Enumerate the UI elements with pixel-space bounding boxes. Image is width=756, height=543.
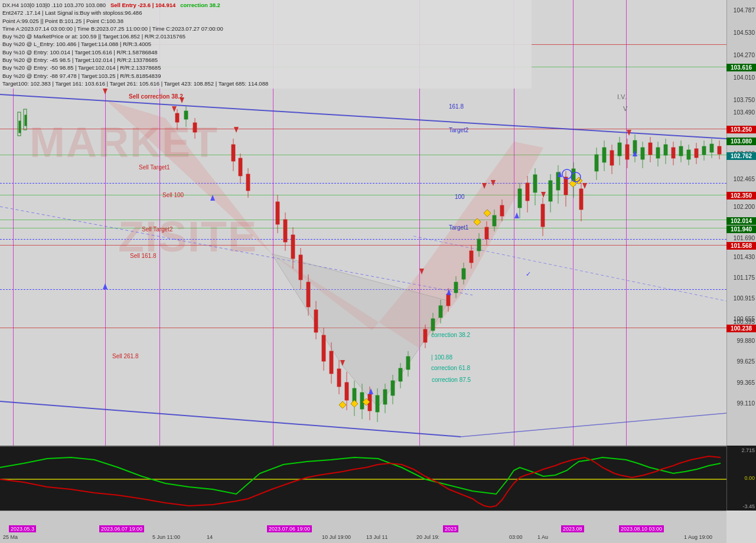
svg-rect-26 <box>284 220 287 242</box>
svg-rect-52 <box>383 390 387 404</box>
svg-rect-56 <box>399 368 402 381</box>
svg-line-2 <box>461 413 726 437</box>
svg-rect-68 <box>454 282 458 293</box>
svg-rect-28 <box>291 235 295 259</box>
svg-rect-14 <box>184 111 188 119</box>
svg-rect-114 <box>649 143 652 155</box>
price-102762-highlight: 102.762 <box>726 152 756 160</box>
svg-rect-60 <box>423 329 427 342</box>
svg-rect-80 <box>500 205 504 216</box>
svg-rect-70 <box>462 269 465 279</box>
label-sell-1618: Sell 161.8 <box>130 253 156 259</box>
price-100915: 100.915 <box>734 295 755 302</box>
svg-rect-94 <box>564 177 568 195</box>
price-102350-highlight: 102.350 <box>726 192 756 199</box>
header-line2: Ent2472 .17.14 | Last Signal is:Buy with… <box>2 9 529 17</box>
time-label-5: 2023.07.06 19:00 <box>267 525 312 532</box>
svg-marker-140 <box>103 89 107 94</box>
svg-rect-58 <box>406 356 410 369</box>
time-label-0: 25 Ma <box>3 534 18 540</box>
svg-rect-98 <box>579 189 583 210</box>
time-label-6: 10 Jul 19:00 <box>322 534 351 540</box>
time-label-12: 2023.08 <box>561 525 584 532</box>
price-103250-highlight: 103.250 <box>726 126 756 133</box>
price-104010: 104.010 <box>734 74 755 81</box>
osc-level-zero: 0.00 <box>744 475 755 481</box>
svg-rect-30 <box>299 255 302 280</box>
header-line3: Point A:99.025 || Point B:101.25 | Point… <box>2 17 529 25</box>
price-102465: 102.465 <box>734 176 755 182</box>
svg-rect-104 <box>610 151 614 165</box>
svg-rect-66 <box>447 294 450 306</box>
header-line8: Buy %20 @ Entry: -45 98.5 | Target:102.0… <box>2 56 529 64</box>
svg-rect-124 <box>687 150 690 159</box>
svg-rect-38 <box>330 351 333 374</box>
price-99110: 99.110 <box>737 400 755 407</box>
price-axis: 104.787 104.530 104.270 104.010 103.616 … <box>726 0 756 446</box>
svg-rect-72 <box>470 251 473 263</box>
svg-rect-34 <box>314 310 318 332</box>
label-correction-382: correction 38.2 <box>431 332 470 338</box>
svg-rect-90 <box>549 181 552 201</box>
label-sell-2618: Sell 261.8 <box>112 353 138 359</box>
svg-rect-16 <box>193 123 197 132</box>
svg-rect-122 <box>679 146 683 156</box>
svg-rect-10 <box>25 115 27 126</box>
oscillator-chart <box>0 447 726 511</box>
svg-marker-141 <box>172 106 177 112</box>
svg-rect-100 <box>595 155 598 171</box>
label-161-8: 161.8 <box>449 103 464 110</box>
svg-rect-22 <box>246 174 250 191</box>
svg-marker-152 <box>351 400 358 407</box>
svg-text:I.V.: I.V. <box>617 93 627 100</box>
svg-rect-32 <box>307 282 310 307</box>
label-price-10088: | 100.88 <box>431 354 452 361</box>
label-sell-entry: Sell correction 38.2 <box>129 93 183 100</box>
label-correction-618: correction 61.8 <box>431 365 470 371</box>
price-101940-highlight: 101.940 <box>726 225 756 233</box>
svg-rect-18 <box>232 145 235 161</box>
oscillator-panel: Profit-Signal | Modified By FSB3 0.212 0… <box>0 446 726 511</box>
svg-rect-118 <box>664 145 667 155</box>
svg-marker-143 <box>234 127 239 133</box>
oscillator-axis: 2.715 0.00 -3.45 <box>726 446 756 511</box>
price-100238-highlight: 100.238 <box>726 325 756 332</box>
label-sell-100: Sell 100 <box>162 192 184 198</box>
svg-rect-76 <box>485 227 488 239</box>
time-label-1: 2023.05.3 <box>9 525 36 532</box>
svg-marker-151 <box>339 401 346 408</box>
svg-rect-106 <box>618 143 621 156</box>
svg-rect-8 <box>19 121 21 133</box>
svg-rect-82 <box>518 189 522 208</box>
price-103616-highlight: 103.616 <box>726 64 756 71</box>
svg-text:✓: ✓ <box>526 270 531 277</box>
svg-rect-88 <box>541 204 545 227</box>
price-102200: 102.200 <box>734 204 755 210</box>
label-fib-100: 100 <box>455 194 465 200</box>
chart-container: DX.H4 103|0 103|0 .110 103.J70 103.080 S… <box>0 0 756 543</box>
svg-rect-74 <box>477 239 481 251</box>
label-target2: Target2 <box>449 127 468 133</box>
svg-rect-128 <box>702 146 706 155</box>
svg-rect-132 <box>718 146 721 154</box>
svg-rect-62 <box>431 319 435 331</box>
header-line10: Buy %20 @ Entry: -88 97.478 | Target:103… <box>2 72 529 80</box>
svg-line-1 <box>0 401 461 437</box>
svg-rect-64 <box>439 306 442 318</box>
svg-marker-137 <box>514 212 519 218</box>
price-101175: 101.175 <box>734 274 755 281</box>
svg-marker-148 <box>541 192 546 198</box>
time-label-10: 03:00 <box>509 534 523 540</box>
price-99625: 99.625 <box>737 358 755 365</box>
time-label-2: 2023.06.07 19:00 <box>99 525 144 532</box>
svg-rect-20 <box>239 158 242 176</box>
header-line7: Buy %10 @ Entry: 100.014 | Target:105.61… <box>2 48 529 56</box>
time-label-8: 20 Jul 19: <box>416 534 439 540</box>
header-line6: Buy %20 @ L_Entry: 100.486 | Target:114.… <box>2 40 529 48</box>
info-panel: DX.H4 103|0 103|0 .110 103.J70 103.080 S… <box>0 0 532 89</box>
osc-level-low: -3.45 <box>742 503 755 509</box>
svg-rect-54 <box>391 381 395 395</box>
svg-rect-112 <box>641 148 644 159</box>
time-label-13: 2023.08.10 03:00 <box>619 525 664 532</box>
label-sell-target2: Sell Target2 <box>142 226 173 233</box>
